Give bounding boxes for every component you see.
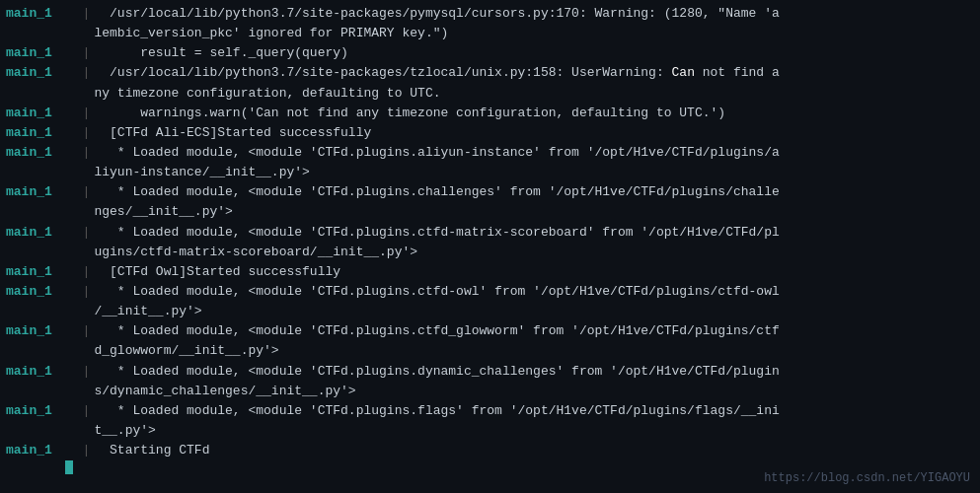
log-separator: | xyxy=(67,321,90,341)
log-content: * Loaded module, <module 'CTFd.plugins.c… xyxy=(94,282,974,321)
log-content: [CTFd Owl]Started successfully xyxy=(94,262,974,282)
log-separator: | xyxy=(67,362,90,382)
log-line: main_1 | * Loaded module, <module 'CTFd.… xyxy=(0,143,980,182)
log-content: * Loaded module, <module 'CTFd.plugins.c… xyxy=(94,321,974,361)
log-line: main_1 | * Loaded module, <module 'CTFd.… xyxy=(0,182,980,222)
log-prefix: main_1 xyxy=(6,223,63,243)
log-prefix: main_1 xyxy=(6,43,63,63)
log-prefix: main_1 xyxy=(6,282,63,302)
terminal-window: main_1 | /usr/local/lib/python3.7/site-p… xyxy=(0,0,980,493)
log-prefix: main_1 xyxy=(6,401,63,421)
log-container: main_1 | /usr/local/lib/python3.7/site-p… xyxy=(0,0,980,478)
log-prefix: main_1 xyxy=(6,143,63,163)
log-separator: | xyxy=(67,182,90,202)
log-line: main_1 | * Loaded module, <module 'CTFd.… xyxy=(0,401,980,441)
log-separator: | xyxy=(67,441,90,460)
log-content: Starting CTFd xyxy=(94,441,974,460)
log-separator: | xyxy=(67,123,90,143)
log-content: result = self._query(query) xyxy=(94,43,974,63)
log-content: [CTFd Ali-ECS]Started successfully xyxy=(94,123,974,143)
terminal-cursor xyxy=(65,460,73,474)
log-line: main_1 | * Loaded module, <module 'CTFd.… xyxy=(0,362,980,401)
log-separator: | xyxy=(67,401,90,421)
log-separator: | xyxy=(67,43,90,63)
log-content: warnings.warn('Can not find any timezone… xyxy=(94,104,974,123)
log-line: main_1 | * Loaded module, <module 'CTFd.… xyxy=(0,321,980,361)
log-separator: | xyxy=(67,104,90,123)
log-content: * Loaded module, <module 'CTFd.plugins.f… xyxy=(94,401,974,441)
log-content: /usr/local/lib/python3.7/site-packages/t… xyxy=(94,63,974,103)
log-line: main_1 | [CTFd Owl]Started successfully xyxy=(0,262,980,282)
log-prefix: main_1 xyxy=(6,63,63,83)
log-separator: | xyxy=(67,223,90,243)
log-prefix: main_1 xyxy=(6,441,63,460)
log-line: main_1 | Starting CTFd xyxy=(0,441,980,460)
log-content: * Loaded module, <module 'CTFd.plugins.c… xyxy=(94,182,974,222)
log-prefix: main_1 xyxy=(6,182,63,202)
log-line: main_1 | /usr/local/lib/python3.7/site-p… xyxy=(0,63,980,103)
log-content: * Loaded module, <module 'CTFd.plugins.d… xyxy=(94,362,974,401)
log-content: * Loaded module, <module 'CTFd.plugins.a… xyxy=(94,143,974,182)
log-separator: | xyxy=(67,143,90,163)
log-line: main_1 | * Loaded module, <module 'CTFd.… xyxy=(0,223,980,262)
log-prefix: main_1 xyxy=(6,123,63,143)
log-separator: | xyxy=(67,63,90,83)
log-prefix: main_1 xyxy=(6,4,63,24)
log-line: main_1 | warnings.warn('Can not find any… xyxy=(0,104,980,123)
log-line: main_1 | [CTFd Ali-ECS]Started successfu… xyxy=(0,123,980,143)
watermark: https://blog.csdn.net/YIGAOYU xyxy=(764,471,970,485)
log-separator: | xyxy=(67,4,90,24)
log-line: main_1 | /usr/local/lib/python3.7/site-p… xyxy=(0,4,980,43)
log-prefix: main_1 xyxy=(6,262,63,282)
log-content: /usr/local/lib/python3.7/site-packages/p… xyxy=(94,4,974,43)
log-line: main_1 | * Loaded module, <module 'CTFd.… xyxy=(0,282,980,321)
log-prefix: main_1 xyxy=(6,104,63,123)
log-separator: | xyxy=(67,282,90,302)
log-prefix: main_1 xyxy=(6,321,63,341)
log-line: main_1 | result = self._query(query) xyxy=(0,43,980,63)
log-separator: | xyxy=(67,262,90,282)
log-prefix: main_1 xyxy=(6,362,63,382)
log-content: * Loaded module, <module 'CTFd.plugins.c… xyxy=(94,223,974,262)
